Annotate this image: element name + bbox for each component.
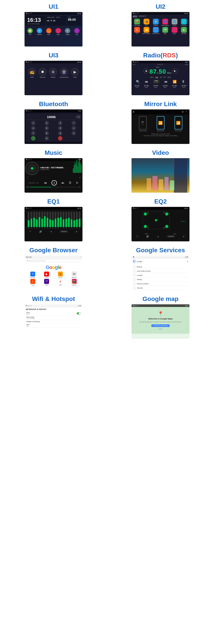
eq2-mode-btn[interactable]: Normal: [167, 235, 175, 238]
bt-key-3[interactable]: 3: [58, 121, 62, 125]
eq1-slider-3khz[interactable]: 3k: [73, 212, 75, 229]
wifi-item-vpn[interactable]: VPN None: [26, 323, 81, 328]
radio-prev-btn[interactable]: ◀: [144, 68, 148, 74]
eq2-prev-arrow[interactable]: ◀: [157, 235, 159, 238]
radio-mode-ta[interactable]: TA: [155, 76, 158, 78]
eq2-next-arrow[interactable]: ▶: [183, 235, 185, 238]
eq1-volume-icon[interactable]: 🔊: [39, 230, 42, 233]
bt-recents-icon[interactable]: 📋: [57, 144, 60, 144]
eq2-fr-dot[interactable]: [165, 212, 168, 216]
ui3-radio-item[interactable]: 📻 Radio: [28, 68, 36, 78]
bt-key-9[interactable]: 9: [58, 131, 62, 136]
browser-ebay[interactable]: e eBay: [54, 279, 67, 286]
ui2-app-aux[interactable]: 🔌 AUX: [142, 19, 151, 26]
ui3-recorder-item[interactable]: ⏺ Recorder: [39, 68, 47, 78]
ui2-app-bt[interactable]: ⚡ Bluetooth: [152, 19, 160, 26]
bt-key-4[interactable]: 4: [31, 126, 35, 130]
ui1-bt-icon[interactable]: ⚡ Bluetooth: [37, 28, 42, 35]
ui1-music-icon[interactable]: 🎵 Music: [56, 28, 61, 35]
ui2-app-chrome[interactable]: 🌐 Chrome: [170, 19, 179, 26]
music-play-btn[interactable]: ⏸: [51, 180, 57, 186]
bt-key-hold[interactable]: 0+: [72, 126, 76, 130]
ui3-video-item[interactable]: ▶ Video: [71, 68, 79, 78]
bt-bt-icon[interactable]: ⚡: [75, 144, 79, 144]
gsvc-checkbox-backup[interactable]: [133, 266, 136, 268]
browser-amazon[interactable]: a Amazon: [54, 272, 67, 278]
bt-backspace-icon[interactable]: ⌫: [76, 115, 80, 119]
eq1-slider-200hz[interactable]: 200: [41, 212, 43, 229]
ui2-app-play[interactable]: ▶ Play Store: [180, 27, 188, 34]
radio-skip-next-icon[interactable]: ⏭: [165, 80, 168, 84]
ui1-prev-icon[interactable]: ⏮: [47, 19, 49, 22]
eq1-slider-25khz[interactable]: 2.5k: [71, 212, 72, 229]
radio-mode-af[interactable]: AF: [160, 76, 162, 78]
music-shuffle-icon[interactable]: ⇄: [79, 176, 81, 179]
bt-contacts-icon[interactable]: 👤: [38, 144, 42, 144]
bt-key-2[interactable]: 2: [45, 121, 49, 125]
ui1-radio-icon[interactable]: 📻 Radio: [46, 28, 51, 35]
eq1-slider-400hz[interactable]: 400: [49, 212, 51, 229]
radio-next-btn[interactable]: ▶: [173, 68, 177, 74]
radio-preset-5[interactable]: 87.50 MHz: [172, 85, 177, 88]
eq1-slider-125hz[interactable]: 125: [36, 212, 38, 229]
ui1-play-icon[interactable]: ⏸: [50, 19, 52, 22]
wifi-item-hotspot[interactable]: Hotspot & tethering: [26, 320, 81, 323]
ui2-app-es[interactable]: 📁 ES File Explorer: [142, 27, 151, 34]
wifi-item-data[interactable]: Data usage 2.31 of data used: [26, 316, 81, 320]
ui2-app-apk[interactable]: 📦 APK installer: [133, 19, 141, 26]
bt-key-1[interactable]: 1: [31, 121, 35, 125]
ui2-app-gps[interactable]: 📍 GPS Test Plus: [152, 27, 160, 34]
eq1-next-arrow[interactable]: ▶: [76, 230, 78, 233]
ui3-steering-item[interactable]: 🎡 Steering wheel: [60, 68, 68, 78]
music-repeat-icon[interactable]: ↻: [76, 181, 78, 184]
radio-preset-6[interactable]: 87.50 MHz: [182, 85, 186, 88]
eq1-slider-100hz[interactable]: 100: [33, 212, 35, 229]
ui2-app-music[interactable]: 🎵 Music: [170, 27, 179, 34]
ui3-settings-item[interactable]: ⚙ Settings: [49, 68, 57, 78]
ui2-app-boot[interactable]: 🌀 Boot Animation: [161, 19, 169, 26]
radio-mode-pty[interactable]: PTY: [163, 76, 166, 78]
gsvc-checkbox-location[interactable]: [133, 274, 136, 276]
radio-preset-3[interactable]: 87.50 MHz: [154, 85, 158, 88]
mirror-settings-icon[interactable]: ⚙: [181, 110, 184, 114]
eq1-slider-5khz[interactable]: 5k: [79, 212, 80, 229]
music-list-icon[interactable]: ☰: [69, 181, 71, 184]
radio-eq-icon[interactable]: 🎚: [182, 80, 185, 84]
eq1-slider-800hz[interactable]: 800: [57, 212, 59, 229]
ui2-tab-apps[interactable]: APPS: [133, 15, 137, 17]
browser-instagram[interactable]: 📷 Instagram: [68, 279, 81, 286]
maps-accept-btn[interactable]: ACCEPT & CONTINUE: [151, 324, 170, 327]
gsvc-item-cast[interactable]: Cast media controls: [133, 269, 188, 273]
radio-preset-1[interactable]: 87.50 MHz: [135, 85, 139, 88]
bt-key-end[interactable]: 📵: [58, 136, 62, 140]
gsvc-checkbox-cast[interactable]: [133, 270, 136, 272]
browser-address-bar[interactable]: 🔍 Search or type web address: [25, 259, 82, 262]
browser-more-icon[interactable]: ⋮: [80, 256, 81, 258]
ui1-settings-icon[interactable]: ⚙ Settings: [65, 28, 70, 35]
bt-key-star[interactable]: *: [72, 121, 76, 125]
bt-key-7[interactable]: 7: [31, 131, 35, 136]
eq2-rr-dot[interactable]: [165, 225, 168, 228]
ui2-app-eq[interactable]: 🎚 EQ: [133, 27, 141, 34]
browser-youtube[interactable]: ▶ YouTube: [40, 272, 53, 278]
browser-reddit[interactable]: r Reddit: [26, 279, 39, 286]
maps-later-btn[interactable]: LATER: [158, 328, 163, 330]
eq2-rl-dot[interactable]: [144, 225, 147, 228]
eq2-preset-icon[interactable]: 🎚: [136, 235, 138, 238]
eq1-slider-160hz[interactable]: 160: [39, 212, 40, 229]
bt-key-hash[interactable]: #: [72, 131, 76, 136]
gsvc-checkbox-security[interactable]: [133, 287, 136, 289]
radio-skip-prev-icon[interactable]: ⏮: [145, 80, 148, 84]
eq1-slider-315hz[interactable]: 315: [47, 212, 48, 229]
eq1-mode-btn[interactable]: Normal: [60, 230, 68, 233]
wifi-back-icon[interactable]: ◀: [26, 308, 27, 310]
gsvc-info-icon[interactable]: ℹ: [187, 260, 188, 263]
browser-yahoo[interactable]: Y! Yahoo: [40, 279, 53, 286]
gsvc-item-backup[interactable]: Backup: [133, 265, 188, 269]
eq1-slider-12khz[interactable]: 1.2k: [63, 212, 64, 229]
gsvc-item-security[interactable]: Security: [133, 286, 188, 290]
bt-dialpad-icon[interactable]: ⌨: [28, 144, 33, 144]
gsvc-item-restore[interactable]: Restore contacts: [133, 282, 188, 286]
eq2-volume-icon[interactable]: 🔊: [146, 235, 149, 238]
eq1-slider-60hz[interactable]: 60Hz: [27, 212, 29, 229]
